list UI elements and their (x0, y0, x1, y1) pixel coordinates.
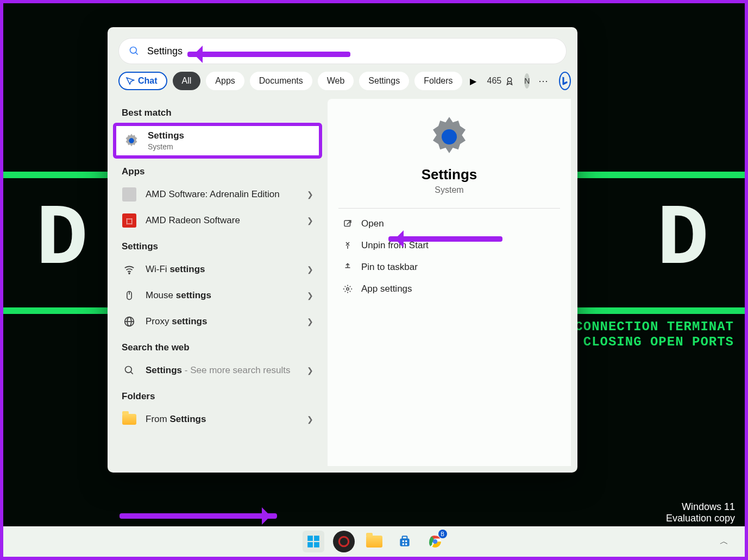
chevron-right-icon: ❯ (307, 415, 313, 424)
section-best-match: Best match (108, 100, 328, 123)
rewards-points[interactable]: 465 (487, 76, 515, 86)
folder-icon (122, 412, 137, 427)
svg-point-13 (442, 129, 457, 144)
app-icon (122, 187, 137, 202)
svg-rect-26 (405, 543, 407, 545)
svg-line-12 (131, 372, 133, 374)
user-avatar[interactable]: N (524, 73, 530, 89)
svg-point-2 (507, 78, 512, 82)
taskbar-microsoft-store[interactable] (394, 531, 416, 552)
svg-rect-14 (344, 221, 350, 226)
filter-all[interactable]: All (173, 72, 201, 90)
filter-folders[interactable]: Folders (414, 72, 462, 90)
bing-icon (560, 76, 570, 86)
svg-point-15 (347, 288, 349, 291)
svg-point-5 (129, 273, 130, 274)
preview-subtitle: System (338, 185, 560, 195)
filter-chat[interactable]: Chat (118, 72, 167, 90)
result-best-match-settings[interactable]: Settings System (113, 123, 322, 159)
chevron-right-icon: ❯ (307, 317, 313, 326)
windows-logo-icon (306, 534, 320, 549)
svg-line-1 (136, 53, 138, 55)
globe-icon (122, 314, 137, 329)
chevron-right-icon: ❯ (307, 291, 313, 300)
taskbar-file-explorer[interactable] (363, 531, 385, 552)
result-app-amd-radeon[interactable]: ⬚ AMD Radeon Software ❯ (108, 207, 328, 234)
gear-icon (343, 284, 353, 294)
svg-rect-17 (314, 536, 319, 541)
svg-point-0 (130, 47, 137, 54)
preview-settings-icon (338, 115, 560, 159)
svg-rect-18 (307, 542, 313, 548)
svg-rect-16 (307, 536, 313, 541)
annotation-arrow-search (187, 50, 361, 59)
chevron-right-icon: ❯ (307, 190, 313, 199)
annotation-arrow-start (109, 512, 277, 520)
taskbar-start-button[interactable] (303, 531, 324, 552)
taskbar: B ︿ (3, 526, 745, 557)
folder-icon (366, 536, 382, 548)
chevron-right-icon: ❯ (307, 216, 313, 225)
start-search-panel: Chat All Apps Documents Web Settings Fol… (108, 27, 577, 473)
svg-point-20 (339, 537, 348, 546)
result-setting-mouse[interactable]: Mouse settings ❯ (108, 282, 328, 309)
bing-chat-button[interactable] (559, 72, 571, 90)
svg-rect-19 (314, 542, 319, 548)
result-app-amd-adrenalin[interactable]: AMD Software: Adrenalin Edition ❯ (108, 181, 328, 207)
svg-point-4 (129, 138, 134, 143)
results-column: Best match Settings System Apps AMD Soft… (108, 95, 328, 473)
svg-point-11 (125, 367, 132, 373)
overflow-menu-icon[interactable]: ⋯ (535, 75, 551, 87)
wallpaper-status-1: CONNECTION TERMINAT (575, 319, 734, 334)
svg-point-28 (432, 539, 437, 544)
section-search-web: Search the web (108, 335, 328, 357)
preview-pane: Settings System Open Unpin from Start Pi… (328, 99, 571, 466)
taskbar-chrome[interactable]: B (424, 531, 446, 552)
search-icon (129, 46, 140, 56)
svg-rect-25 (402, 543, 404, 545)
mouse-icon (122, 288, 137, 303)
unpin-icon (343, 241, 353, 250)
open-icon (343, 219, 353, 229)
result-search-web[interactable]: Settings - See more search results ❯ (108, 357, 328, 383)
result-setting-wifi[interactable]: Wi-Fi settings ❯ (108, 256, 328, 282)
rewards-icon (505, 76, 514, 86)
wallpaper-text-right: D (657, 191, 712, 289)
settings-icon (124, 133, 139, 148)
taskbar-app-1[interactable] (333, 531, 355, 552)
amd-icon: ⬚ (122, 213, 137, 228)
filter-settings[interactable]: Settings (359, 72, 409, 90)
windows-watermark: Windows 11 Evaluation copy (666, 501, 735, 524)
svg-rect-24 (405, 540, 407, 542)
annotation-arrow-open (388, 235, 513, 243)
result-folder-settings[interactable]: From Settings ❯ (108, 406, 328, 432)
filter-documents[interactable]: Documents (250, 72, 312, 90)
filter-row: Chat All Apps Documents Web Settings Fol… (108, 68, 577, 95)
taskbar-tray-chevron[interactable]: ︿ (720, 536, 728, 548)
store-icon (398, 534, 412, 549)
section-settings: Settings (108, 234, 328, 256)
svg-rect-22 (402, 536, 407, 539)
badge-icon: B (438, 530, 447, 538)
chevron-right-icon: ❯ (307, 265, 313, 274)
chevron-right-icon: ❯ (307, 366, 313, 375)
section-apps: Apps (108, 159, 328, 181)
action-pin-taskbar[interactable]: Pin to taskbar (338, 256, 560, 278)
action-app-settings[interactable]: App settings (338, 278, 560, 300)
wifi-icon (122, 262, 137, 277)
action-open[interactable]: Open (338, 213, 560, 235)
section-folders: Folders (108, 383, 328, 406)
filter-web[interactable]: Web (318, 72, 354, 90)
wallpaper-text-left: D (36, 191, 91, 289)
wallpaper-status-2: CLOSING OPEN PORTS (583, 335, 734, 349)
pin-icon (343, 262, 353, 272)
result-setting-proxy[interactable]: Proxy settings ❯ (108, 309, 328, 335)
preview-title: Settings (338, 166, 560, 183)
svg-rect-23 (402, 540, 404, 542)
filter-more-icon[interactable]: ▶ (470, 77, 476, 85)
filter-apps[interactable]: Apps (206, 72, 244, 90)
search-icon (122, 363, 137, 378)
